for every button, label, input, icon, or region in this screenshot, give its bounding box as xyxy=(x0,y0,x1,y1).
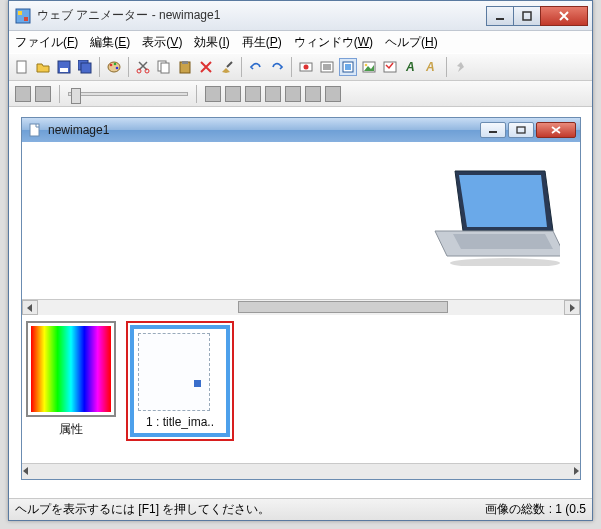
scroll-left-icon[interactable] xyxy=(22,300,38,315)
menu-play[interactable]: 再生(P) xyxy=(242,34,282,51)
copy-icon[interactable] xyxy=(155,58,173,76)
window-tile-icon[interactable] xyxy=(339,58,357,76)
text-icon[interactable]: A xyxy=(402,58,420,76)
svg-rect-19 xyxy=(182,61,188,64)
open-icon[interactable] xyxy=(34,58,52,76)
toolbar-sep xyxy=(59,85,60,103)
child-title: newimage1 xyxy=(48,123,480,137)
frame-thumb-label: 1 : title_ima.. xyxy=(138,415,222,429)
child-minimize-button[interactable] xyxy=(480,122,506,138)
svg-marker-42 xyxy=(27,304,32,312)
svg-point-21 xyxy=(304,65,309,70)
cut-icon[interactable] xyxy=(134,58,152,76)
menu-help[interactable]: ヘルプ(H) xyxy=(385,34,438,51)
menu-window[interactable]: ウィンドウ(W) xyxy=(294,34,373,51)
timeline-button[interactable] xyxy=(15,86,31,102)
child-window: newimage1 xyxy=(21,117,581,480)
text-fx-icon[interactable]: A xyxy=(423,58,441,76)
svg-rect-5 xyxy=(17,61,26,73)
toolbar-sep xyxy=(446,57,447,77)
timeline-slider[interactable] xyxy=(68,92,188,96)
scroll-right-icon[interactable] xyxy=(572,464,580,479)
save-all-icon[interactable] xyxy=(76,58,94,76)
child-window-buttons xyxy=(480,122,576,138)
menu-edit[interactable]: 編集(E) xyxy=(90,34,130,51)
timeline-button[interactable] xyxy=(265,86,281,102)
frame-selection-outline: 1 : title_ima.. xyxy=(126,321,234,441)
svg-marker-43 xyxy=(570,304,575,312)
svg-rect-2 xyxy=(24,17,28,21)
svg-rect-1 xyxy=(18,11,22,15)
main-title: ウェブ アニメーター - newimage1 xyxy=(37,7,487,24)
redo-icon[interactable] xyxy=(268,58,286,76)
timeline-toolbar xyxy=(9,81,592,107)
svg-text:A: A xyxy=(405,60,415,74)
app-icon xyxy=(15,8,31,24)
maximize-button[interactable] xyxy=(513,6,541,26)
laptop-image xyxy=(430,166,560,266)
save-icon[interactable] xyxy=(55,58,73,76)
paint-icon[interactable] xyxy=(105,58,123,76)
help-icon[interactable] xyxy=(452,58,470,76)
attributes-thumb-box[interactable] xyxy=(26,321,116,417)
new-icon[interactable] xyxy=(13,58,31,76)
undo-icon[interactable] xyxy=(247,58,265,76)
menu-file[interactable]: ファイル(F) xyxy=(15,34,78,51)
svg-marker-45 xyxy=(574,467,579,475)
attributes-thumb: 属性 xyxy=(26,321,116,438)
window-buttons xyxy=(487,6,588,26)
svg-point-13 xyxy=(116,67,119,70)
minimize-button[interactable] xyxy=(486,6,514,26)
timeline-button[interactable] xyxy=(35,86,51,102)
timeline-button[interactable] xyxy=(245,86,261,102)
toolbar-sep xyxy=(128,57,129,77)
scroll-track[interactable] xyxy=(30,464,572,479)
svg-marker-38 xyxy=(459,175,547,227)
child-maximize-button[interactable] xyxy=(508,122,534,138)
frames-hscrollbar[interactable] xyxy=(22,463,580,479)
paste-icon[interactable] xyxy=(176,58,194,76)
svg-point-11 xyxy=(110,64,113,67)
toolbar-sep xyxy=(99,57,100,77)
frame-thumb-1: 1 : title_ima.. xyxy=(126,321,234,441)
frame-selection-inner: 1 : title_ima.. xyxy=(130,325,230,437)
child-close-button[interactable] xyxy=(536,122,576,138)
canvas-area[interactable] xyxy=(22,142,580,299)
canvas-hscrollbar[interactable] xyxy=(22,299,580,315)
record-dot-icon[interactable] xyxy=(297,58,315,76)
palette-icon xyxy=(31,326,111,412)
status-help-text: ヘルプを表示するには [F1] を押してください。 xyxy=(15,501,270,518)
svg-rect-36 xyxy=(517,127,525,133)
svg-rect-17 xyxy=(161,63,169,73)
svg-point-30 xyxy=(365,64,368,67)
scroll-right-icon[interactable] xyxy=(564,300,580,315)
fx-icon[interactable] xyxy=(381,58,399,76)
menu-effect[interactable]: 効果(I) xyxy=(194,34,229,51)
list-icon[interactable] xyxy=(318,58,336,76)
frame-thumbnail[interactable] xyxy=(138,333,210,411)
toolbar-sep xyxy=(241,57,242,77)
brush-icon[interactable] xyxy=(218,58,236,76)
statusbar: ヘルプを表示するには [F1] を押してください。 画像の総数 : 1 (0.5 xyxy=(9,498,592,520)
close-button[interactable] xyxy=(540,6,588,26)
frames-strip: 属性 1 : title_ima.. xyxy=(22,315,580,463)
timeline-button[interactable] xyxy=(305,86,321,102)
timeline-button[interactable] xyxy=(225,86,241,102)
timeline-button[interactable] xyxy=(205,86,221,102)
svg-rect-9 xyxy=(81,63,91,73)
timeline-button[interactable] xyxy=(325,86,341,102)
image-icon[interactable] xyxy=(360,58,378,76)
timeline-button[interactable] xyxy=(285,86,301,102)
menu-view[interactable]: 表示(V) xyxy=(142,34,182,51)
scroll-left-icon[interactable] xyxy=(22,464,30,479)
main-titlebar: ウェブ アニメーター - newimage1 xyxy=(9,1,592,31)
scroll-thumb[interactable] xyxy=(238,301,448,313)
document-icon xyxy=(28,123,42,137)
status-image-count: 画像の総数 : 1 (0.5 xyxy=(485,501,586,518)
svg-rect-4 xyxy=(523,12,531,20)
toolbar-sep xyxy=(196,85,197,103)
child-titlebar: newimage1 xyxy=(22,118,580,142)
delete-icon[interactable] xyxy=(197,58,215,76)
svg-rect-34 xyxy=(30,124,39,136)
scroll-track[interactable] xyxy=(38,300,564,315)
